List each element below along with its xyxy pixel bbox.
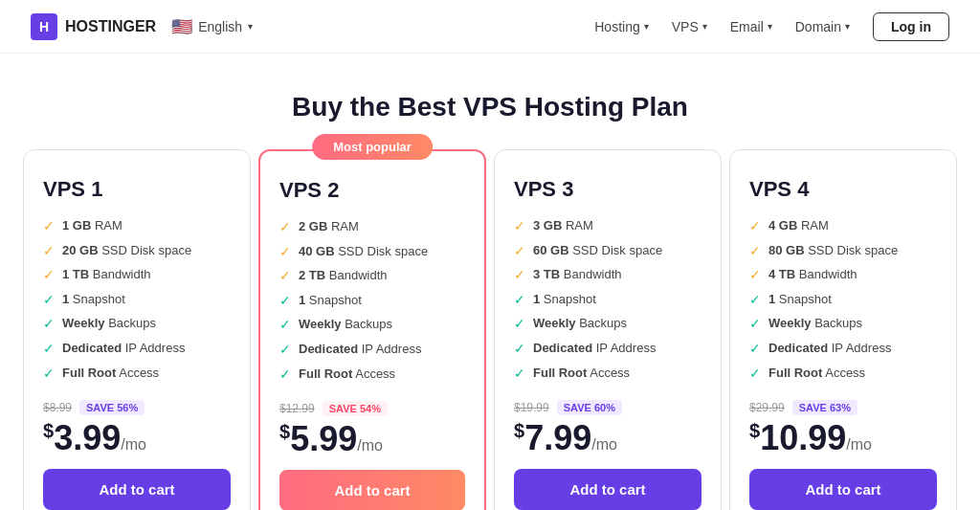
chevron-down-icon: ▾ <box>248 21 253 32</box>
logo[interactable]: H HOSTINGER <box>31 13 156 40</box>
check-icon: ✓ <box>514 315 525 334</box>
check-icon: ✓ <box>279 316 291 335</box>
pricing-row: $8.99 SAVE 56% <box>43 400 231 415</box>
feature-item: ✓ 2 TB Bandwidth <box>279 267 465 286</box>
check-icon: ✓ <box>749 315 761 334</box>
nav-vps-label: VPS <box>672 19 699 34</box>
original-price: $29.99 <box>749 401 785 414</box>
per-month-label: /mo <box>121 436 146 453</box>
currency-symbol: $ <box>43 420 54 441</box>
feature-text: Dedicated IP Address <box>768 340 891 357</box>
navbar-left: H HOSTINGER 🇺🇸 English ▾ <box>31 13 253 40</box>
feature-item: ✓ 80 GB SSD Disk space <box>749 242 937 261</box>
feature-text: 60 GB SSD Disk space <box>533 242 662 259</box>
feature-item: ✓ Dedicated IP Address <box>514 340 702 359</box>
save-badge: SAVE 54% <box>323 401 388 416</box>
add-to-cart-button[interactable]: Add to cart <box>43 469 231 510</box>
check-icon: ✓ <box>514 217 525 236</box>
save-badge: SAVE 63% <box>792 400 858 415</box>
feature-text: Weekly Backups <box>299 316 392 333</box>
feature-item: ✓ 4 TB Bandwidth <box>749 266 937 285</box>
currency-symbol: $ <box>279 421 290 442</box>
feature-item: ✓ Full Root Access <box>43 365 231 384</box>
check-icon: ✓ <box>749 340 761 359</box>
nav-link-hosting[interactable]: Hosting ▾ <box>594 19 648 34</box>
feature-text: 1 Snapshot <box>768 291 832 308</box>
plan-name: VPS 4 <box>749 177 937 202</box>
feature-text: Weekly Backups <box>768 315 862 332</box>
nav-link-domain[interactable]: Domain ▾ <box>795 19 850 34</box>
check-icon: ✓ <box>43 315 55 334</box>
check-icon: ✓ <box>43 266 55 285</box>
feature-text: 2 GB RAM <box>299 218 359 235</box>
feature-text: 3 TB Bandwidth <box>533 266 622 283</box>
check-icon: ✓ <box>279 341 291 360</box>
pricing-section: VPS 1 ✓ 1 GB RAM ✓ 20 GB SSD Disk space … <box>0 145 980 510</box>
per-month-label: /mo <box>591 436 617 453</box>
language-selector[interactable]: 🇺🇸 English ▾ <box>171 16 253 37</box>
main-price: $10.99/mo <box>749 421 937 455</box>
check-icon: ✓ <box>749 365 761 384</box>
pricing-card-vps1: VPS 1 ✓ 1 GB RAM ✓ 20 GB SSD Disk space … <box>23 149 251 510</box>
features-list: ✓ 1 GB RAM ✓ 20 GB SSD Disk space ✓ 1 TB… <box>43 217 231 383</box>
feature-item: ✓ 2 GB RAM <box>279 218 465 237</box>
feature-item: ✓ 3 TB Bandwidth <box>514 266 702 285</box>
check-icon: ✓ <box>43 340 55 359</box>
feature-item: ✓ 1 Snapshot <box>749 291 937 310</box>
original-price: $19.99 <box>514 401 549 414</box>
pricing-card-vps2: Most popular VPS 2 ✓ 2 GB RAM ✓ 40 GB SS… <box>258 149 486 510</box>
chevron-down-icon: ▾ <box>702 21 707 32</box>
feature-item: ✓ 1 TB Bandwidth <box>43 266 231 285</box>
feature-text: 1 Snapshot <box>299 292 362 309</box>
feature-item: ✓ Weekly Backups <box>279 316 465 335</box>
hero-section: Buy the Best VPS Hosting Plan <box>0 54 980 145</box>
currency-symbol: $ <box>749 420 760 441</box>
check-icon: ✓ <box>279 243 291 262</box>
add-to-cart-button[interactable]: Add to cart <box>514 469 702 510</box>
language-label: English <box>198 19 242 34</box>
feature-text: 3 GB RAM <box>533 217 593 234</box>
check-icon: ✓ <box>43 365 55 384</box>
main-price: $3.99/mo <box>43 421 231 455</box>
check-icon: ✓ <box>514 365 525 384</box>
nav-hosting-label: Hosting <box>594 19 639 34</box>
hero-title: Buy the Best VPS Hosting Plan <box>19 92 961 122</box>
pricing-card-vps4: VPS 4 ✓ 4 GB RAM ✓ 80 GB SSD Disk space … <box>729 149 957 510</box>
pricing-row: $12.99 SAVE 54% <box>279 401 465 416</box>
add-to-cart-button[interactable]: Add to cart <box>279 470 465 510</box>
check-icon: ✓ <box>43 242 55 261</box>
plan-name: VPS 2 <box>279 178 465 203</box>
features-list: ✓ 3 GB RAM ✓ 60 GB SSD Disk space ✓ 3 TB… <box>514 217 702 383</box>
check-icon: ✓ <box>279 218 291 237</box>
check-icon: ✓ <box>514 340 525 359</box>
login-button[interactable]: Log in <box>873 12 949 41</box>
features-list: ✓ 2 GB RAM ✓ 40 GB SSD Disk space ✓ 2 TB… <box>279 218 465 384</box>
logo-icon: H <box>31 13 57 40</box>
feature-text: 1 Snapshot <box>533 291 596 308</box>
check-icon: ✓ <box>749 242 761 261</box>
feature-text: Dedicated IP Address <box>62 340 185 357</box>
feature-text: 20 GB SSD Disk space <box>62 242 191 259</box>
feature-item: ✓ 20 GB SSD Disk space <box>43 242 231 261</box>
feature-item: ✓ 60 GB SSD Disk space <box>514 242 702 261</box>
flag-icon: 🇺🇸 <box>171 16 192 37</box>
feature-text: Full Root Access <box>62 365 159 382</box>
pricing-row: $29.99 SAVE 63% <box>749 400 937 415</box>
chevron-down-icon: ▾ <box>768 21 772 32</box>
original-price: $8.99 <box>43 401 72 414</box>
check-icon: ✓ <box>514 266 525 285</box>
add-to-cart-button[interactable]: Add to cart <box>749 469 937 510</box>
feature-text: Weekly Backups <box>62 315 156 332</box>
check-icon: ✓ <box>43 291 55 310</box>
nav-link-vps[interactable]: VPS ▾ <box>672 19 707 34</box>
nav-link-email[interactable]: Email ▾ <box>730 19 772 34</box>
feature-item: ✓ 1 Snapshot <box>279 292 465 311</box>
navbar-right: Hosting ▾ VPS ▾ Email ▾ Domain ▾ Log in <box>594 12 949 41</box>
feature-text: 1 Snapshot <box>62 291 125 308</box>
check-icon: ✓ <box>279 267 291 286</box>
chevron-down-icon: ▾ <box>845 21 850 32</box>
plan-name: VPS 1 <box>43 177 231 202</box>
check-icon: ✓ <box>43 217 55 236</box>
original-price: $12.99 <box>279 402 315 415</box>
feature-text: Full Root Access <box>299 366 395 383</box>
